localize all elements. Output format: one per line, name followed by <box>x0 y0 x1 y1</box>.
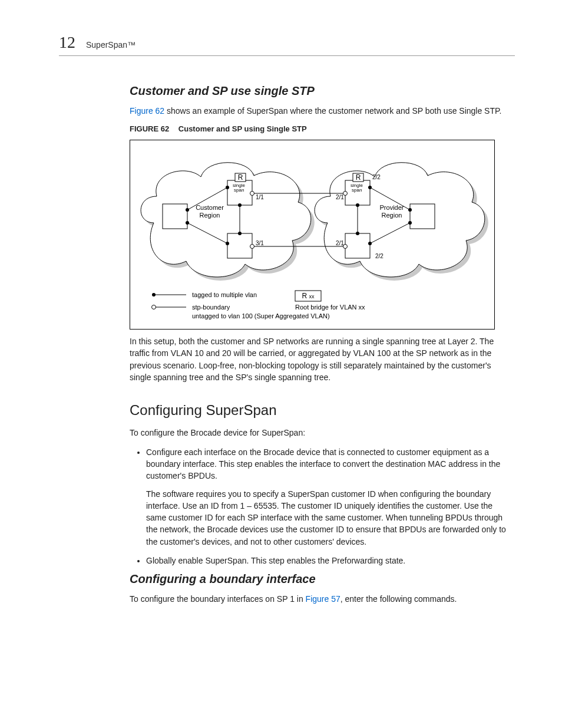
svg-point-28 <box>250 245 254 249</box>
svg-point-47 <box>152 293 156 297</box>
r-left-label: R <box>238 173 243 182</box>
heading-configuring-boundary-interface: Configuring a boundary interface <box>130 572 515 586</box>
svg-point-23 <box>408 221 412 225</box>
svg-text:2/2: 2/2 <box>375 253 384 259</box>
section3-intro-before: To configure the boundary interfaces on … <box>130 594 306 604</box>
svg-text:Provider: Provider <box>380 204 404 211</box>
svg-point-16 <box>186 221 189 225</box>
svg-text:tagged to multiple vlan: tagged to multiple vlan <box>192 291 257 298</box>
svg-point-21 <box>408 208 412 212</box>
svg-text:2/2: 2/2 <box>372 174 381 180</box>
svg-text:Root bridge for VLAN xx: Root bridge for VLAN xx <box>295 304 365 311</box>
svg-point-50 <box>152 305 156 309</box>
svg-text:R xx: R xx <box>302 292 315 300</box>
svg-point-18 <box>238 203 242 207</box>
svg-point-22 <box>368 242 372 245</box>
config-steps-list: Configure each interface on the Brocade … <box>130 446 515 567</box>
heading-customer-sp-single-stp: Customer and SP use single STP <box>130 84 515 98</box>
heading-configuring-superspan: Configuring SuperSpan <box>130 402 515 419</box>
svg-rect-4 <box>345 233 370 258</box>
intro-paragraph: Figure 62 shows an example of SuperSpan … <box>130 105 515 117</box>
svg-text:span: span <box>234 187 244 193</box>
bullet1-continuation: The software requires you to specify a S… <box>146 488 515 548</box>
svg-text:span: span <box>352 187 362 193</box>
svg-rect-5 <box>410 204 435 229</box>
svg-point-26 <box>250 192 254 196</box>
svg-text:2/1: 2/1 <box>336 194 344 200</box>
figure-caption: FIGURE 62 Customer and SP using Single S… <box>130 124 515 135</box>
svg-point-24 <box>356 203 359 207</box>
running-head: 12 SuperSpan™ <box>59 33 515 56</box>
figure-62-link[interactable]: Figure 62 <box>130 106 164 116</box>
svg-text:Customer: Customer <box>196 204 224 211</box>
figure-label: FIGURE 62 <box>130 124 169 133</box>
svg-text:Region: Region <box>382 212 402 219</box>
figure-57-link[interactable]: Figure 57 <box>306 594 340 604</box>
figure-title: Customer and SP using Single STP <box>178 124 307 133</box>
svg-point-19 <box>238 232 242 235</box>
svg-text:3/1: 3/1 <box>256 240 264 246</box>
section2-intro: To configure the Brocade device for Supe… <box>130 427 515 439</box>
svg-rect-2 <box>227 233 252 258</box>
svg-point-14 <box>186 208 189 212</box>
section3-intro-after: , enter the following commands. <box>340 594 457 604</box>
section3-intro: To configure the boundary interfaces on … <box>130 593 515 605</box>
list-item: Globally enable SuperSpan. This step ena… <box>146 555 515 566</box>
running-title: SuperSpan™ <box>86 40 135 50</box>
list-item: Configure each interface on the Brocade … <box>146 446 515 548</box>
svg-text:1/1: 1/1 <box>256 194 264 200</box>
svg-point-25 <box>356 232 359 235</box>
svg-text:Region: Region <box>200 212 220 219</box>
chapter-number: 12 <box>59 33 75 52</box>
bullet1-text: Configure each interface on the Brocade … <box>146 447 500 481</box>
svg-rect-0 <box>163 204 187 229</box>
svg-text:untagged to vlan 100 (Super Ag: untagged to vlan 100 (Super Aggregated V… <box>192 312 330 319</box>
figure-62-diagram: R R single span single span 1/1 2/1 2/2 … <box>130 140 495 330</box>
svg-point-20 <box>368 186 372 189</box>
svg-text:2/1: 2/1 <box>336 240 344 246</box>
post-figure-paragraph: In this setup, both the customer and SP … <box>130 335 515 383</box>
svg-point-15 <box>226 186 229 189</box>
svg-text:stp-boundary: stp-boundary <box>192 304 230 311</box>
r-right-label: R <box>356 173 361 182</box>
intro-text: shows an example of SuperSpan where the … <box>164 106 501 116</box>
svg-point-17 <box>226 242 229 245</box>
